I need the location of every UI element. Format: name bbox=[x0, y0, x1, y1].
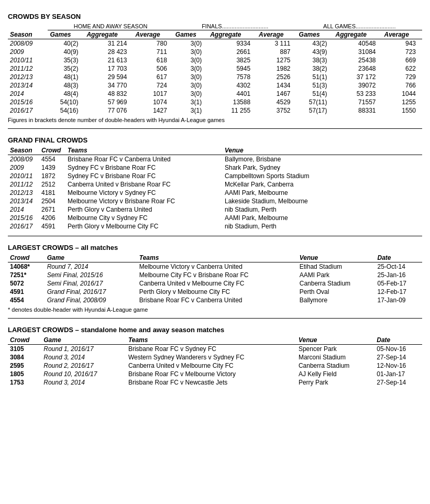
table-row: 2013/142504Melbourne Victory v Brisbane … bbox=[8, 197, 422, 205]
table-cell: 4591 bbox=[39, 222, 65, 231]
table-cell: 2010/11 bbox=[8, 56, 48, 64]
table-row: 2011/1235(2)17 7035063(0)5945198238(2)23… bbox=[8, 64, 422, 73]
gf-teams-header: Teams bbox=[65, 146, 223, 155]
table-cell: 2015/16 bbox=[8, 98, 48, 106]
table-row: 1753Round 3, 2014Brisbane Roar FC v Newc… bbox=[8, 378, 422, 387]
table-cell: 40(9) bbox=[48, 48, 84, 56]
table-cell: 77 076 bbox=[84, 106, 133, 115]
table-cell: 53 233 bbox=[334, 90, 382, 98]
table-cell: 3(0) bbox=[173, 81, 208, 90]
table-cell: 2016/17 bbox=[8, 106, 48, 115]
table-cell: 4529 bbox=[257, 98, 296, 106]
table-cell: 1434 bbox=[257, 81, 296, 90]
table-cell: AAMI Park bbox=[297, 271, 376, 279]
table-cell: 2011/12 bbox=[8, 64, 48, 73]
table-cell: 780 bbox=[133, 39, 173, 48]
table-cell: 3(0) bbox=[173, 64, 208, 73]
table-cell: 48 832 bbox=[84, 90, 133, 98]
table-cell: Semi Final, 2015/16 bbox=[45, 271, 137, 279]
table-cell: Melbourne Victory v Sydney FC bbox=[65, 189, 223, 197]
table-row: 20142671Perth Glory v Canberra Unitednib… bbox=[8, 205, 422, 214]
table-cell: nib Stadium, Perth bbox=[223, 205, 422, 214]
table-cell: 48(1) bbox=[48, 73, 84, 81]
la-crowd-header: Crowd bbox=[8, 254, 45, 262]
ha-agg-header: Aggregate bbox=[84, 30, 133, 39]
table-cell: 3825 bbox=[208, 56, 257, 64]
largest-all-note: * denotes double-header with Hyundai A-L… bbox=[8, 306, 422, 313]
table-cell: 4206 bbox=[39, 214, 65, 222]
table-cell: 729 bbox=[382, 73, 422, 81]
table-cell: Lakeside Stadium, Melbourne bbox=[223, 197, 422, 205]
table-cell: 1753 bbox=[8, 378, 41, 387]
table-cell: 2009 bbox=[8, 163, 39, 172]
table-cell: 05-Nov-16 bbox=[374, 345, 422, 354]
table-row: 4591Grand Final, 2016/17Perth Glory v Me… bbox=[8, 288, 422, 296]
table-cell: Canberra Stadium bbox=[297, 279, 376, 288]
table-cell: 887 bbox=[257, 48, 296, 56]
table-cell: 40548 bbox=[334, 39, 382, 48]
crowds-by-season-table: HOME AND AWAY SEASON FINALS.............… bbox=[8, 23, 422, 115]
table-cell: 2008/09 bbox=[8, 39, 48, 48]
table-cell: 4401 bbox=[208, 90, 257, 98]
ha-avg-header: Average bbox=[133, 30, 173, 39]
table-cell: 35(2) bbox=[48, 64, 84, 73]
finals-header: FINALS............................. bbox=[173, 23, 297, 30]
la-date-header: Date bbox=[376, 254, 423, 262]
table-cell: 3(1) bbox=[173, 98, 208, 106]
grand-final-table: Season Crowd Teams Venue 2008/094554Bris… bbox=[8, 146, 422, 231]
table-cell: 4591 bbox=[8, 288, 45, 296]
largest-all-title: LARGEST CROWDS – all matches bbox=[8, 244, 422, 251]
table-cell: Canberra United v Melbourne City FC bbox=[137, 279, 297, 288]
ls-teams-header: Teams bbox=[126, 336, 296, 345]
table-cell: Western Sydney Wanderers v Sydney FC bbox=[126, 353, 296, 361]
table-row: 200940(9)28 4237113(0)266188743(9)310847… bbox=[8, 48, 422, 56]
table-cell: 2661 bbox=[208, 48, 257, 56]
f-games-header: Games bbox=[173, 30, 208, 39]
table-cell: Grand Final, 2016/17 bbox=[45, 288, 137, 296]
table-row: 2011/122512Canberra United v Brisbane Ro… bbox=[8, 180, 422, 189]
table-cell: 3752 bbox=[257, 106, 296, 115]
table-cell: 31 214 bbox=[84, 39, 133, 48]
table-cell: Brisbane Roar FC v Melbourne Victory bbox=[126, 370, 296, 378]
la-venue-header: Venue bbox=[297, 254, 376, 262]
table-cell: 1439 bbox=[39, 163, 65, 172]
table-cell: Ballymore, Brisbane bbox=[223, 155, 422, 164]
table-cell: Shark Park, Sydney bbox=[223, 163, 422, 172]
table-cell: 23648 bbox=[334, 64, 382, 73]
ls-date-header: Date bbox=[374, 336, 422, 345]
table-cell: Round 10, 2016/17 bbox=[41, 370, 126, 378]
table-cell: 2016/17 bbox=[8, 222, 39, 231]
table-cell: 2009 bbox=[8, 48, 48, 56]
table-cell: AAMI Park, Melbourne bbox=[223, 189, 422, 197]
table-cell: 88331 bbox=[334, 106, 382, 115]
table-cell: 54(16) bbox=[48, 106, 84, 115]
table-cell: Brisbane Roar FC v Canberra United bbox=[65, 155, 223, 164]
table-row: 2016/1754(16)77 07614273(1)11 255375257(… bbox=[8, 106, 422, 115]
largest-all-table: Crowd Game Teams Venue Date 14068*Round … bbox=[8, 254, 422, 304]
table-cell: 1982 bbox=[257, 64, 296, 73]
table-cell: Spencer Park bbox=[296, 345, 374, 354]
table-cell: 01-Jan-17 bbox=[374, 370, 422, 378]
table-cell: 12-Feb-17 bbox=[376, 288, 423, 296]
all-games-header2: Games bbox=[297, 30, 334, 39]
season-col-header: Season bbox=[8, 30, 48, 39]
table-cell: 43(2) bbox=[297, 39, 334, 48]
table-cell: Perth Glory v Melbourne City FC bbox=[137, 288, 297, 296]
la-game-header: Game bbox=[45, 254, 137, 262]
table-cell: 1872 bbox=[39, 172, 65, 180]
table-row: 2015/1654(10)57 96910743(1)13588452957(1… bbox=[8, 98, 422, 106]
gf-season-header: Season bbox=[8, 146, 39, 155]
table-cell: 34 770 bbox=[84, 81, 133, 90]
table-cell: 2013/14 bbox=[8, 197, 39, 205]
table-row: 14068*Round 7, 2014Melbourne Victory v C… bbox=[8, 262, 422, 271]
table-cell: 25-Jan-16 bbox=[376, 271, 423, 279]
table-cell: Grand Final, 2008/09 bbox=[45, 296, 137, 304]
grand-final-section: GRAND FINAL CROWDS Season Crowd Teams Ve… bbox=[8, 136, 422, 231]
crowds-by-season-title: CROWDS BY SEASON bbox=[8, 13, 422, 20]
table-cell: 3(1) bbox=[173, 106, 208, 115]
table-cell: 4554 bbox=[39, 155, 65, 164]
table-cell: 43(9) bbox=[297, 48, 334, 56]
table-cell: 21 613 bbox=[84, 56, 133, 64]
table-cell: 3(0) bbox=[173, 56, 208, 64]
table-cell: 54(10) bbox=[48, 98, 84, 106]
